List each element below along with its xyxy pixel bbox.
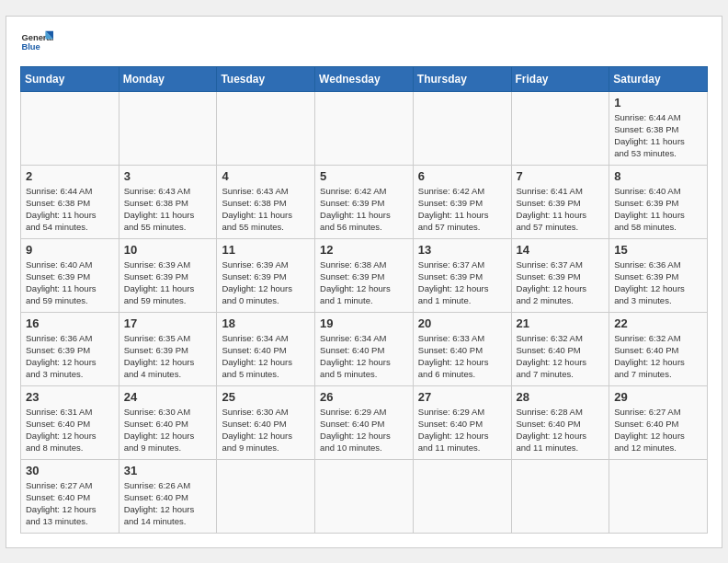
day-number: 21 [517, 316, 605, 330]
calendar-cell: 5Sunrise: 6:42 AM Sunset: 6:39 PM Daylig… [315, 165, 414, 238]
day-number: 2 [26, 169, 114, 183]
calendar-cell: 26Sunrise: 6:29 AM Sunset: 6:40 PM Dayli… [315, 385, 414, 459]
calendar-cell: 13Sunrise: 6:37 AM Sunset: 6:39 PM Dayli… [413, 238, 511, 312]
day-info: Sunrise: 6:37 AM Sunset: 6:39 PM Dayligh… [517, 259, 605, 307]
week-row-0: 1Sunrise: 6:44 AM Sunset: 6:38 PM Daylig… [21, 91, 708, 165]
calendar-table: SundayMondayTuesdayWednesdayThursdayFrid… [20, 66, 708, 534]
day-number: 9 [26, 243, 114, 257]
calendar-cell [315, 91, 414, 165]
week-row-1: 2Sunrise: 6:44 AM Sunset: 6:38 PM Daylig… [21, 165, 708, 238]
calendar-cell: 27Sunrise: 6:29 AM Sunset: 6:40 PM Dayli… [413, 385, 511, 459]
calendar-cell: 3Sunrise: 6:43 AM Sunset: 6:38 PM Daylig… [119, 165, 217, 238]
weekday-header-friday: Friday [511, 66, 609, 91]
day-info: Sunrise: 6:39 AM Sunset: 6:39 PM Dayligh… [222, 259, 310, 307]
day-info: Sunrise: 6:32 AM Sunset: 6:40 PM Dayligh… [517, 332, 605, 381]
calendar-cell: 2Sunrise: 6:44 AM Sunset: 6:38 PM Daylig… [21, 165, 119, 238]
calendar-cell: 8Sunrise: 6:40 AM Sunset: 6:39 PM Daylig… [609, 165, 708, 238]
day-number: 3 [124, 169, 212, 183]
generalblue-logo-icon: General Blue [20, 26, 53, 59]
day-info: Sunrise: 6:29 AM Sunset: 6:40 PM Dayligh… [418, 406, 506, 454]
day-info: Sunrise: 6:36 AM Sunset: 6:39 PM Dayligh… [26, 332, 114, 381]
weekday-header-thursday: Thursday [413, 66, 511, 91]
calendar-cell: 1Sunrise: 6:44 AM Sunset: 6:38 PM Daylig… [609, 91, 708, 165]
weekday-header-row: SundayMondayTuesdayWednesdayThursdayFrid… [21, 66, 708, 91]
calendar-cell: 16Sunrise: 6:36 AM Sunset: 6:39 PM Dayli… [21, 312, 119, 385]
day-number: 25 [222, 390, 310, 404]
calendar-container: General Blue SundayMondayTuesdayWednesda… [6, 16, 722, 548]
day-number: 16 [26, 316, 114, 330]
calendar-cell: 25Sunrise: 6:30 AM Sunset: 6:40 PM Dayli… [217, 385, 315, 459]
day-info: Sunrise: 6:27 AM Sunset: 6:40 PM Dayligh… [614, 406, 702, 454]
calendar-cell [413, 459, 511, 533]
day-info: Sunrise: 6:28 AM Sunset: 6:40 PM Dayligh… [517, 406, 605, 454]
day-number: 5 [320, 169, 408, 183]
week-row-3: 16Sunrise: 6:36 AM Sunset: 6:39 PM Dayli… [21, 312, 708, 385]
calendar-cell: 15Sunrise: 6:36 AM Sunset: 6:39 PM Dayli… [609, 238, 708, 312]
day-info: Sunrise: 6:44 AM Sunset: 6:38 PM Dayligh… [614, 111, 702, 160]
week-row-2: 9Sunrise: 6:40 AM Sunset: 6:39 PM Daylig… [21, 238, 708, 312]
calendar-cell: 17Sunrise: 6:35 AM Sunset: 6:39 PM Dayli… [119, 312, 217, 385]
day-number: 23 [26, 390, 114, 404]
calendar-cell: 6Sunrise: 6:42 AM Sunset: 6:39 PM Daylig… [413, 165, 511, 238]
day-info: Sunrise: 6:40 AM Sunset: 6:39 PM Dayligh… [26, 259, 114, 307]
weekday-header-tuesday: Tuesday [217, 66, 315, 91]
day-info: Sunrise: 6:26 AM Sunset: 6:40 PM Dayligh… [124, 479, 212, 528]
week-row-4: 23Sunrise: 6:31 AM Sunset: 6:40 PM Dayli… [21, 385, 708, 459]
calendar-cell: 22Sunrise: 6:32 AM Sunset: 6:40 PM Dayli… [609, 312, 708, 385]
calendar-cell: 20Sunrise: 6:33 AM Sunset: 6:40 PM Dayli… [413, 312, 511, 385]
day-number: 22 [614, 316, 702, 330]
weekday-header-monday: Monday [119, 66, 217, 91]
calendar-cell [315, 459, 414, 533]
calendar-cell: 11Sunrise: 6:39 AM Sunset: 6:39 PM Dayli… [217, 238, 315, 312]
logo: General Blue [20, 26, 53, 59]
weekday-header-sunday: Sunday [21, 66, 119, 91]
day-info: Sunrise: 6:34 AM Sunset: 6:40 PM Dayligh… [320, 332, 408, 381]
day-info: Sunrise: 6:38 AM Sunset: 6:39 PM Dayligh… [320, 259, 408, 307]
calendar-cell [119, 91, 217, 165]
calendar-cell: 7Sunrise: 6:41 AM Sunset: 6:39 PM Daylig… [511, 165, 609, 238]
calendar-cell [21, 91, 119, 165]
calendar-cell: 10Sunrise: 6:39 AM Sunset: 6:39 PM Dayli… [119, 238, 217, 312]
calendar-cell: 24Sunrise: 6:30 AM Sunset: 6:40 PM Dayli… [119, 385, 217, 459]
day-number: 12 [320, 243, 408, 257]
day-number: 14 [517, 243, 605, 257]
day-info: Sunrise: 6:36 AM Sunset: 6:39 PM Dayligh… [614, 259, 702, 307]
calendar-cell: 29Sunrise: 6:27 AM Sunset: 6:40 PM Dayli… [609, 385, 708, 459]
day-number: 11 [222, 243, 310, 257]
day-info: Sunrise: 6:30 AM Sunset: 6:40 PM Dayligh… [124, 406, 212, 454]
calendar-cell: 4Sunrise: 6:43 AM Sunset: 6:38 PM Daylig… [217, 165, 315, 238]
calendar-cell: 28Sunrise: 6:28 AM Sunset: 6:40 PM Dayli… [511, 385, 609, 459]
day-info: Sunrise: 6:43 AM Sunset: 6:38 PM Dayligh… [124, 185, 212, 234]
calendar-cell: 19Sunrise: 6:34 AM Sunset: 6:40 PM Dayli… [315, 312, 414, 385]
day-number: 6 [418, 169, 506, 183]
day-info: Sunrise: 6:41 AM Sunset: 6:39 PM Dayligh… [517, 185, 605, 234]
calendar-cell [217, 459, 315, 533]
day-number: 29 [614, 390, 702, 404]
calendar-cell: 14Sunrise: 6:37 AM Sunset: 6:39 PM Dayli… [511, 238, 609, 312]
day-number: 4 [222, 169, 310, 183]
calendar-cell: 18Sunrise: 6:34 AM Sunset: 6:40 PM Dayli… [217, 312, 315, 385]
day-info: Sunrise: 6:44 AM Sunset: 6:38 PM Dayligh… [26, 185, 114, 234]
day-number: 20 [418, 316, 506, 330]
day-info: Sunrise: 6:34 AM Sunset: 6:40 PM Dayligh… [222, 332, 310, 381]
calendar-cell: 9Sunrise: 6:40 AM Sunset: 6:39 PM Daylig… [21, 238, 119, 312]
day-info: Sunrise: 6:37 AM Sunset: 6:39 PM Dayligh… [418, 259, 506, 307]
calendar-cell: 12Sunrise: 6:38 AM Sunset: 6:39 PM Dayli… [315, 238, 414, 312]
day-info: Sunrise: 6:35 AM Sunset: 6:39 PM Dayligh… [124, 332, 212, 381]
day-info: Sunrise: 6:43 AM Sunset: 6:38 PM Dayligh… [222, 185, 310, 234]
day-number: 31 [124, 464, 212, 477]
calendar-cell [217, 91, 315, 165]
day-info: Sunrise: 6:31 AM Sunset: 6:40 PM Dayligh… [26, 406, 114, 454]
day-info: Sunrise: 6:42 AM Sunset: 6:39 PM Dayligh… [320, 185, 408, 234]
day-number: 10 [124, 243, 212, 257]
day-number: 19 [320, 316, 408, 330]
day-number: 30 [26, 464, 114, 477]
day-number: 17 [124, 316, 212, 330]
day-info: Sunrise: 6:27 AM Sunset: 6:40 PM Dayligh… [26, 479, 114, 528]
calendar-cell: 23Sunrise: 6:31 AM Sunset: 6:40 PM Dayli… [21, 385, 119, 459]
day-number: 18 [222, 316, 310, 330]
header-section: General Blue [20, 26, 708, 59]
calendar-cell [511, 91, 609, 165]
day-info: Sunrise: 6:30 AM Sunset: 6:40 PM Dayligh… [222, 406, 310, 454]
day-number: 13 [418, 243, 506, 257]
